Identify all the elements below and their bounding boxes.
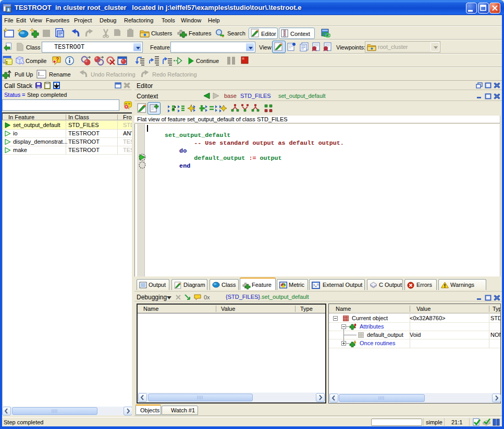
- svg-text:I...: I...: [38, 71, 44, 77]
- svg-text:?: ?: [56, 57, 59, 62]
